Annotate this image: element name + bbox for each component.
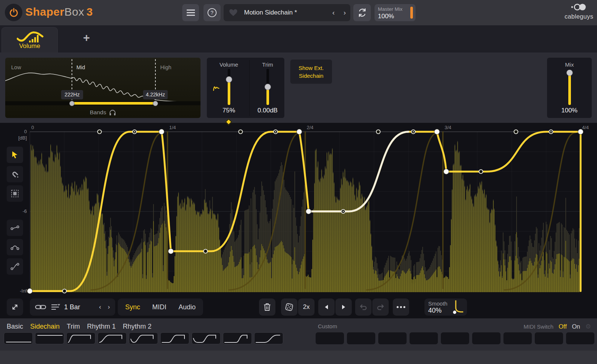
wave-preset-rise-smooth[interactable] (98, 332, 127, 344)
midi-switch-off[interactable]: Off (559, 323, 567, 330)
custom-slot-7[interactable] (503, 332, 532, 344)
redo-button[interactable] (372, 298, 389, 316)
category-basic[interactable]: Basic (7, 323, 23, 331)
menu-button[interactable] (182, 4, 199, 21)
show-ext-line2: Sidechain (290, 72, 332, 80)
custom-slot-9[interactable] (566, 332, 594, 344)
midi-settings-gear-icon[interactable]: ⚙ (585, 323, 591, 331)
tool-arc[interactable] (7, 239, 23, 255)
show-ext-sidechain-button[interactable]: Show Ext. Sidechain (290, 60, 332, 84)
smooth-control[interactable]: Smooth 40% (424, 298, 467, 316)
curve-point-solid[interactable] (443, 169, 449, 174)
wave-preset-dip-rise-late[interactable] (192, 332, 221, 344)
favorite-heart-icon[interactable] (229, 9, 238, 17)
master-mix-slider-fill (410, 7, 413, 19)
mix-value[interactable]: 100% (551, 107, 588, 114)
tool-marquee[interactable] (7, 185, 23, 202)
wave-length-menu-icon[interactable] (51, 303, 60, 311)
curve-point-hollow[interactable] (98, 130, 101, 134)
band-low-label: Low (11, 64, 21, 70)
custom-slot-1[interactable] (316, 332, 344, 344)
mode-sync[interactable]: Sync (125, 303, 140, 311)
band-handle-high[interactable] (153, 101, 158, 106)
category-rhythm1[interactable]: Rhythm 1 (87, 323, 116, 331)
custom-slot-6[interactable] (472, 332, 500, 344)
length-next-button[interactable]: › (104, 303, 115, 311)
wave-preset-gate-fast[interactable] (66, 332, 95, 344)
randomize-button[interactable] (281, 298, 297, 316)
add-tab-button[interactable]: + (79, 31, 94, 46)
wave-length-value[interactable]: 1 Bar (64, 303, 80, 311)
link-icon[interactable] (35, 304, 46, 310)
lfo-plot[interactable] (0, 123, 597, 294)
custom-slot-2[interactable] (347, 332, 375, 344)
mix-slider-knob[interactable] (566, 70, 573, 76)
band-split-freq-1[interactable]: 222Hz (61, 90, 83, 99)
preset-next-button[interactable]: › (339, 9, 350, 17)
master-mix-control[interactable]: Master Mix 100% (375, 4, 416, 21)
preset-selector[interactable]: Motion Sidechain * ‹ › (224, 4, 350, 21)
bands-panel[interactable]: Low Mid High 222Hz 4.22kHz Bands (5, 58, 200, 118)
tool-cursor[interactable] (7, 147, 23, 163)
custom-slot-8[interactable] (535, 332, 563, 344)
trim-slider-knob[interactable] (265, 84, 271, 90)
wave-preset-ramp-smooth[interactable] (254, 332, 283, 344)
band-slider-range[interactable] (72, 102, 155, 105)
smooth-value[interactable]: 40% (428, 307, 442, 314)
custom-slot-4[interactable] (410, 332, 438, 344)
band-handle-low[interactable] (69, 101, 75, 106)
curve-point-solid[interactable] (297, 129, 302, 134)
double-wave-button[interactable]: 2x (298, 298, 315, 316)
mode-audio[interactable]: Audio (179, 303, 196, 311)
volume-value[interactable]: 75% (210, 107, 247, 114)
curve-point-hollow[interactable] (63, 289, 66, 293)
band-split-freq-2[interactable]: 4.22kHz (143, 90, 168, 99)
tool-s-curve[interactable] (7, 258, 23, 275)
curve-point-solid[interactable] (159, 129, 164, 134)
curve-point-hollow[interactable] (203, 249, 207, 253)
undo-button[interactable] (355, 298, 372, 316)
category-rhythm2[interactable]: Rhythm 2 (123, 323, 151, 331)
preset-name[interactable]: Motion Sidechain * (244, 9, 328, 16)
curve-point-hollow[interactable] (514, 130, 518, 134)
mix-panel: Mix 100% (547, 58, 592, 118)
cursor-icon (11, 151, 19, 159)
curve-point-hollow[interactable] (376, 130, 380, 134)
help-button[interactable]: ? (203, 4, 221, 21)
custom-slot-3[interactable] (378, 332, 407, 344)
wave-preset-rise-late[interactable] (160, 332, 189, 344)
curve-point-hollow[interactable] (479, 170, 483, 173)
master-mix-slider[interactable] (410, 7, 413, 19)
headphones-icon[interactable] (109, 109, 116, 116)
wave-preset-flat-low[interactable] (4, 332, 33, 344)
custom-slot-5[interactable] (441, 332, 469, 344)
curve-point-solid[interactable] (434, 129, 439, 134)
curve-point-solid[interactable] (168, 249, 173, 254)
curve-point-solid[interactable] (27, 288, 32, 294)
preset-prev-button[interactable]: ‹ (328, 9, 339, 17)
expand-icon (11, 303, 19, 311)
volume-slider-knob[interactable] (226, 76, 232, 83)
wave-preset-rise-very-late[interactable] (223, 332, 252, 344)
expand-editor-button[interactable] (7, 298, 23, 316)
power-button[interactable] (5, 4, 22, 21)
more-options-button[interactable] (393, 298, 409, 316)
tool-line[interactable] (7, 220, 23, 236)
trim-value[interactable]: 0.00dB (249, 107, 286, 114)
midi-switch-on[interactable]: On (572, 323, 580, 330)
length-prev-button[interactable]: ‹ (96, 303, 105, 311)
curve-point-hollow[interactable] (239, 130, 242, 134)
wave-preset-flat-high[interactable] (35, 332, 64, 344)
curve-point-solid[interactable] (306, 209, 311, 214)
shift-right-button[interactable] (335, 298, 352, 316)
reload-button[interactable] (353, 4, 371, 21)
tab-volume[interactable]: Volume (1, 27, 58, 52)
tool-snap[interactable] (7, 166, 23, 182)
category-trim[interactable]: Trim (67, 323, 80, 331)
shift-left-button[interactable] (318, 298, 335, 316)
category-sidechain[interactable]: Sidechain (30, 323, 60, 331)
clear-wave-button[interactable] (259, 298, 275, 316)
wave-preset-dip-rise[interactable] (129, 332, 158, 344)
wave-length-group: 1 Bar ‹ › (30, 298, 115, 316)
mode-midi[interactable]: MIDI (152, 303, 166, 311)
